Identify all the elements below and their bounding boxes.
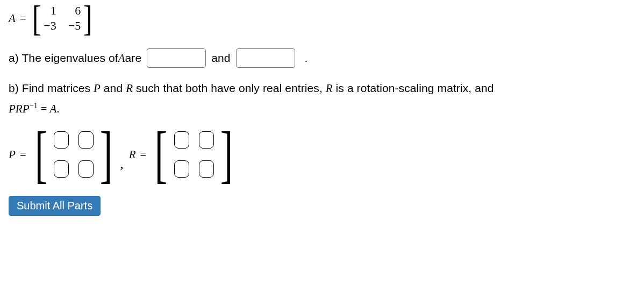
part-b-period: . [56, 102, 59, 115]
part-a: a) The eigenvalues of A are and . [9, 47, 635, 69]
matrices-P-R-row: P = [ ] , R = [ ] [9, 128, 635, 181]
var-A: A [9, 12, 16, 25]
part-b-var-R2: R [326, 82, 333, 95]
a11: 1 [51, 4, 56, 18]
a21: −3 [44, 19, 56, 33]
submit-all-parts-button[interactable]: Submit All Parts [9, 196, 101, 216]
P-21-input[interactable] [54, 160, 69, 178]
part-a-var-A: A [118, 47, 125, 69]
part-a-and: and [211, 47, 230, 69]
equals-sign: = [20, 12, 26, 25]
eigenvalue-1-input[interactable] [147, 48, 206, 68]
part-b-text-2: and [101, 82, 126, 94]
var-R: R [129, 148, 136, 161]
P-22-input[interactable] [78, 160, 94, 178]
R-21-input[interactable] [174, 160, 189, 178]
R-11-input[interactable] [174, 131, 189, 149]
R-22-input[interactable] [199, 160, 214, 178]
part-b-PRP: PRP [9, 102, 29, 115]
P-12-input[interactable] [78, 131, 94, 149]
matrix-P-grid [54, 128, 94, 181]
left-bracket-icon: [ [32, 4, 41, 32]
R-right-bracket-icon: ] [220, 129, 233, 180]
comma: , [120, 156, 124, 172]
eq-R: = [140, 148, 147, 161]
matrix-A-grid: 1 6 −3 −5 [44, 3, 81, 33]
part-a-text-2: are [125, 47, 142, 69]
part-b-var-R: R [126, 82, 133, 95]
part-b-exp: −1 [29, 101, 38, 110]
var-P: P [9, 148, 16, 161]
matrix-R-grid [174, 128, 214, 181]
P-left-bracket-icon: [ [35, 129, 48, 180]
eq-P: = [20, 148, 26, 161]
part-b-text-1: b) Find matrices [9, 82, 94, 94]
matrix-A-definition: A = [ 1 6 −3 −5 ] [9, 3, 635, 33]
right-bracket-icon: ] [83, 4, 92, 32]
part-a-text-1: a) The eigenvalues of [9, 47, 118, 69]
part-b-var-A: A [49, 102, 56, 115]
eigenvalue-2-input[interactable] [236, 48, 295, 68]
R-12-input[interactable] [199, 131, 214, 149]
P-11-input[interactable] [54, 131, 69, 149]
R-left-bracket-icon: [ [155, 129, 168, 180]
part-a-period: . [305, 47, 308, 69]
P-right-bracket-icon: ] [100, 129, 113, 180]
a12: 6 [75, 4, 81, 18]
part-b-text-3: such that both have only real entries, [133, 82, 326, 94]
a22: −5 [68, 19, 81, 33]
part-b-eq: = [38, 102, 49, 115]
part-b-text-4: is a rotation-scaling matrix, and [333, 82, 494, 94]
part-b: b) Find matrices P and R such that both … [9, 80, 635, 117]
part-b-var-P: P [94, 82, 101, 95]
